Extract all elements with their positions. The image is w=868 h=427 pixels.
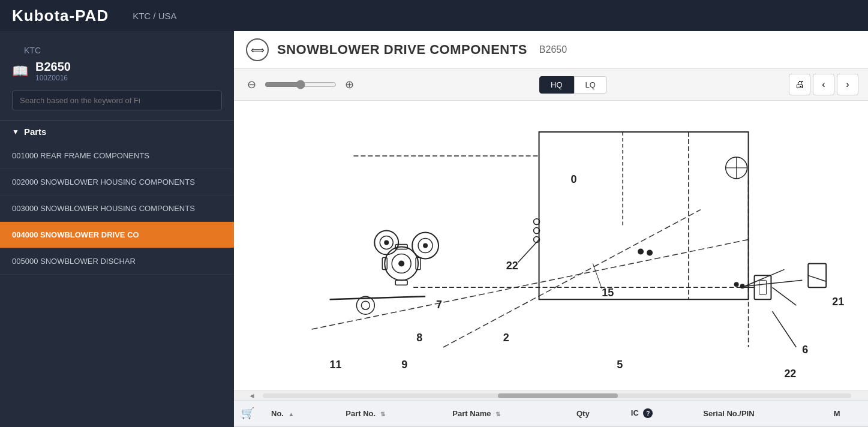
model-code: 100Z0016 [35,74,71,82]
svg-text:5: 5 [617,359,623,371]
right-panel: ⟺ SNOWBLOWER DRIVE COMPONENTS B2650 ⊖ ⊕ … [234,31,868,427]
svg-text:11: 11 [330,359,342,371]
qty-column-header: Qty [569,401,624,426]
next-page-button[interactable]: › [837,74,858,95]
no-sort-icon: ▲ [289,411,295,417]
cart-column-header: 🛒 [234,401,264,426]
svg-text:8: 8 [416,332,422,344]
svg-text:22: 22 [784,368,796,380]
svg-text:15: 15 [602,287,614,299]
sidebar-model-section: 📖 B2650 100Z0016 [12,60,222,82]
scrollbar-thumb [498,393,618,398]
ic-label: IC [631,408,639,417]
svg-rect-0 [234,120,868,371]
book-icon: 📖 [12,64,28,79]
scroll-left-arrow[interactable]: ◄ [246,392,258,400]
parts-table-section: 🛒 No. ▲ Part No. ⇅ Part Name [234,400,868,427]
search-input[interactable] [12,91,222,110]
lq-button[interactable]: LQ [574,76,607,94]
svg-point-18 [423,243,428,248]
parts-section: ▼ Parts [0,120,234,143]
svg-text:2: 2 [503,332,509,344]
svg-point-24 [638,248,644,254]
part-name-sort-icon: ⇅ [495,411,500,417]
part-name-label: Part Name [452,409,491,418]
part-name-column-header[interactable]: Part Name ⇅ [445,401,569,426]
model-name: B2650 [35,60,71,74]
sidebar-top: KTC 📖 B2650 100Z0016 [0,31,234,120]
parts-header: ▼ Parts [12,127,222,137]
diagram-area: ⊖ ⊕ HQ LQ 🖨 ‹ › [234,69,868,427]
more-column-header: M [827,401,868,426]
part-no-column-header[interactable]: Part No. ⇅ [338,401,445,426]
part-no-label: Part No. [346,409,376,418]
sidebar-item-005000[interactable]: 005000 SNOWBLOWER DISCHAR [0,248,234,275]
back-nav-button[interactable]: ⟺ [246,38,269,61]
hq-button[interactable]: HQ [539,76,574,94]
zoom-in-button[interactable]: ⊕ [341,77,358,92]
svg-point-11 [398,260,404,266]
diagram-scrollbar: ◄ [234,390,868,400]
parts-table: 🛒 No. ▲ Part No. ⇅ Part Name [234,401,868,427]
serial-no-column-header: Serial No./PIN [696,401,826,426]
cart-icon-button[interactable]: 🛒 [241,407,254,420]
no-column-header[interactable]: No. ▲ [264,401,338,426]
svg-text:22: 22 [506,260,518,272]
sidebar-model-info: B2650 100Z0016 [35,60,71,82]
svg-text:9: 9 [401,359,407,371]
sidebar-nav: 001000 REAR FRAME COMPONENTS 002000 SNOW… [0,143,234,427]
table-header-row: 🛒 No. ▲ Part No. ⇅ Part Name [234,401,868,426]
ic-column-header: IC ? [624,401,696,426]
part-no-sort-icon: ⇅ [380,411,385,417]
quality-controls: HQ LQ [539,76,607,94]
zoom-out-button[interactable]: ⊖ [244,77,260,92]
sidebar-ktc-label: KTC [12,41,222,60]
svg-point-31 [740,284,745,288]
page-header: ⟺ SNOWBLOWER DRIVE COMPONENTS B2650 [234,31,868,69]
svg-text:21: 21 [832,296,844,308]
svg-text:0: 0 [570,173,576,185]
diagram-toolbar: ⊖ ⊕ HQ LQ 🖨 ‹ › [234,69,868,101]
scrollbar-track[interactable] [263,393,851,398]
app-header: Kubota-PAD KTC / USA [0,0,868,31]
zoom-controls: ⊖ ⊕ [244,77,358,92]
parts-label: Parts [24,127,47,137]
sidebar-item-001000[interactable]: 001000 REAR FRAME COMPONENTS [0,143,234,169]
print-button[interactable]: 🖨 [789,74,810,95]
sidebar-item-003000[interactable]: 003000 SNOWBLOWER HOUSING COMPONENTS [0,196,234,222]
breadcrumb: KTC / USA [133,11,176,21]
svg-point-30 [734,282,739,287]
no-label: No. [271,409,284,418]
svg-point-25 [647,249,653,255]
more-label: M [834,409,840,418]
qty-label: Qty [576,409,590,418]
parts-expand-icon: ▼ [12,128,19,136]
ic-help-icon[interactable]: ? [643,408,653,418]
svg-point-21 [384,240,389,245]
page-model-tag: B2650 [539,44,567,55]
app-logo: Kubota-PAD [12,7,109,25]
toolbar-right: 🖨 ‹ › [789,74,858,95]
main-layout: KTC 📖 B2650 100Z0016 ▼ Parts 001000 REAR… [0,31,868,427]
page-title: SNOWBLOWER DRIVE COMPONENTS [277,42,527,58]
prev-page-button[interactable]: ‹ [813,74,834,95]
diagram-svg: 0 2 5 6 7 8 9 11 15 [234,101,868,390]
sidebar-item-004000[interactable]: 004000 SNOWBLOWER DRIVE CO [0,222,234,248]
serial-no-label: Serial No./PIN [703,409,754,418]
sidebar-item-002000[interactable]: 002000 SNOWBLOWER HOUSING COMPONENTS [0,169,234,196]
sidebar: KTC 📖 B2650 100Z0016 ▼ Parts 001000 REAR… [0,31,234,427]
svg-text:6: 6 [802,344,808,356]
svg-text:7: 7 [436,299,442,311]
diagram-canvas: 0 2 5 6 7 8 9 11 15 [234,101,868,390]
zoom-slider[interactable] [265,80,337,89]
